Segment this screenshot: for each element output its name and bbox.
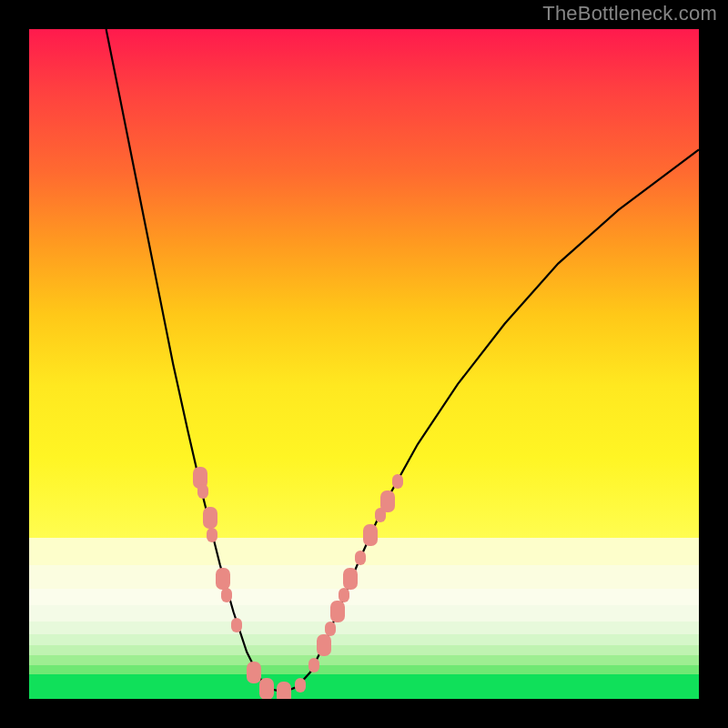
data-marker	[363, 524, 378, 546]
data-marker	[380, 490, 395, 512]
data-marker	[221, 588, 232, 602]
data-marker	[197, 484, 208, 499]
data-marker	[259, 678, 274, 699]
data-marker	[339, 588, 349, 602]
data-marker	[308, 658, 319, 672]
watermark-text: TheBottleneck.com	[542, 2, 717, 25]
data-marker	[325, 622, 336, 636]
data-marker	[203, 507, 217, 529]
data-marker	[392, 474, 403, 489]
data-marker	[295, 678, 306, 693]
data-marker	[247, 662, 261, 683]
data-marker	[330, 601, 345, 622]
data-marker	[277, 682, 291, 699]
data-marker	[343, 568, 358, 590]
chart-frame: TheBottleneck.com	[0, 0, 728, 728]
markers-container	[29, 29, 699, 699]
data-marker	[231, 618, 242, 632]
data-marker	[317, 634, 331, 656]
data-marker	[216, 568, 230, 590]
data-marker	[355, 551, 366, 565]
data-marker	[207, 528, 217, 542]
plot-area	[29, 29, 699, 699]
